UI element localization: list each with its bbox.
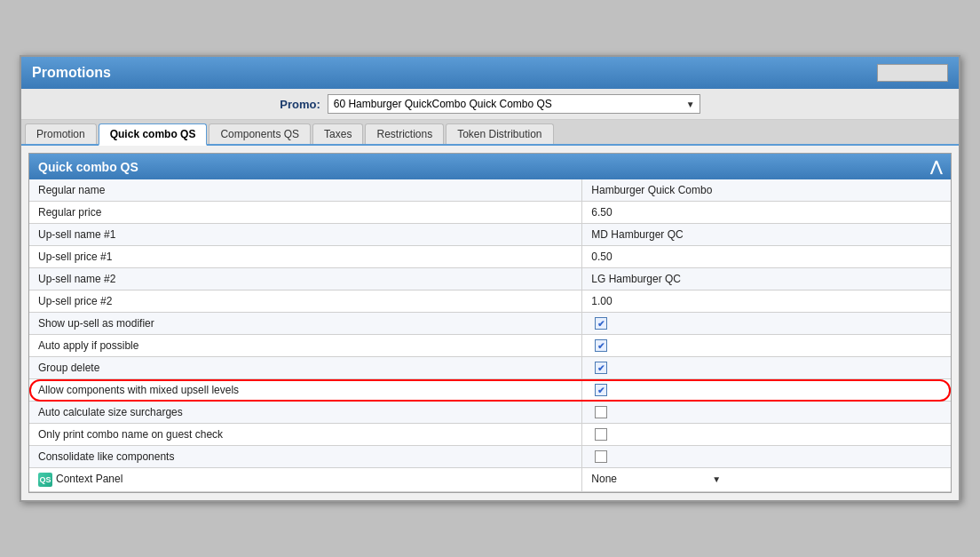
title-bar: Promotions [21, 57, 959, 89]
title-bar-right [877, 64, 948, 82]
row-label: Up-sell name #2 [29, 268, 582, 290]
table-row: Auto apply if possible [29, 335, 951, 357]
tab-quick-combo-qs[interactable]: Quick combo QS [99, 123, 208, 146]
window-title: Promotions [32, 65, 111, 81]
row-value: MD Hamburger QC [582, 224, 951, 246]
quick-combo-section: Quick combo QS ⋀ Regular nameHamburger Q… [28, 153, 952, 493]
checkbox[interactable] [595, 362, 607, 374]
checkbox[interactable] [595, 384, 607, 396]
table-row: Up-sell price #10.50 [29, 246, 951, 268]
section-header: Quick combo QS ⋀ [29, 154, 951, 179]
table-row: Up-sell price #21.00 [29, 290, 951, 313]
row-value[interactable] [582, 313, 951, 335]
row-value[interactable]: None▼ [582, 468, 730, 489]
promo-label: Promo: [280, 98, 320, 111]
row-value[interactable] [582, 335, 951, 357]
checkbox[interactable] [595, 317, 607, 330]
row-value[interactable] [582, 379, 951, 402]
row-label: Allow components with mixed upsell level… [29, 379, 582, 402]
table-row: Regular nameHamburger Quick Combo [29, 179, 951, 202]
tab-promotion[interactable]: Promotion [25, 123, 97, 144]
row-label: Regular price [29, 202, 582, 224]
row-label: Up-sell price #1 [29, 246, 582, 268]
promo-bar: Promo: 60 Hamburger QuickCombo Quick Com… [21, 89, 959, 120]
row-label: Group delete [29, 357, 582, 379]
row-label: Show up-sell as modifier [29, 313, 582, 335]
promo-select-wrapper[interactable]: 60 Hamburger QuickCombo Quick Combo QS [328, 94, 700, 114]
dropdown-value: None [591, 473, 617, 485]
data-table: Regular nameHamburger Quick ComboRegular… [29, 179, 951, 492]
table-row: Group delete [29, 357, 951, 379]
row-value: 0.50 [582, 246, 951, 268]
table-row: QSContext PanelNone▼ [29, 468, 951, 492]
tab-components-qs[interactable]: Components QS [209, 123, 311, 144]
table-row: Regular price6.50 [29, 202, 951, 224]
main-window: Promotions Promo: 60 Hamburger QuickComb… [20, 55, 960, 502]
section-title: Quick combo QS [38, 160, 138, 174]
tabs-bar: PromotionQuick combo QSComponents QSTaxe… [21, 120, 959, 146]
row-value[interactable] [582, 446, 951, 468]
checkbox[interactable] [595, 428, 607, 441]
table-row: Auto calculate size surcharges [29, 402, 951, 424]
qs-icon: QS [38, 473, 52, 487]
row-value[interactable] [582, 424, 951, 446]
promo-select[interactable]: 60 Hamburger QuickCombo Quick Combo QS [328, 94, 700, 114]
row-label: Auto apply if possible [29, 335, 582, 357]
content-area: Quick combo QS ⋀ Regular nameHamburger Q… [21, 146, 959, 500]
tab-token-distribution[interactable]: Token Distribution [446, 123, 553, 144]
row-value: 6.50 [582, 202, 951, 224]
checkbox[interactable] [595, 406, 607, 418]
row-label: Consolidate like components [29, 446, 582, 468]
row-value: Hamburger Quick Combo [582, 179, 951, 202]
table-row: Show up-sell as modifier [29, 313, 951, 335]
row-value[interactable] [582, 402, 951, 424]
row-value[interactable] [582, 357, 951, 379]
table-row: Allow components with mixed upsell level… [29, 379, 951, 402]
table-row: Up-sell name #2LG Hamburger QC [29, 268, 951, 290]
row-value: LG Hamburger QC [582, 268, 951, 290]
checkbox[interactable] [595, 450, 607, 463]
row-label: Only print combo name on guest check [29, 424, 582, 446]
row-label: Up-sell price #2 [29, 290, 582, 313]
row-label: Regular name [29, 179, 582, 202]
table-row: Only print combo name on guest check [29, 424, 951, 446]
tab-taxes[interactable]: Taxes [312, 123, 363, 144]
checkbox[interactable] [595, 339, 607, 352]
table-row: Up-sell name #1MD Hamburger QC [29, 224, 951, 246]
row-label: Context Panel [56, 473, 122, 485]
table-row: Consolidate like components [29, 446, 951, 468]
row-label: Up-sell name #1 [29, 224, 582, 246]
row-value: 1.00 [582, 290, 951, 313]
tab-restrictions[interactable]: Restrictions [365, 123, 444, 144]
row-label: Auto calculate size surcharges [29, 402, 582, 424]
collapse-icon[interactable]: ⋀ [930, 158, 942, 175]
dropdown-arrow-icon[interactable]: ▼ [712, 474, 721, 484]
